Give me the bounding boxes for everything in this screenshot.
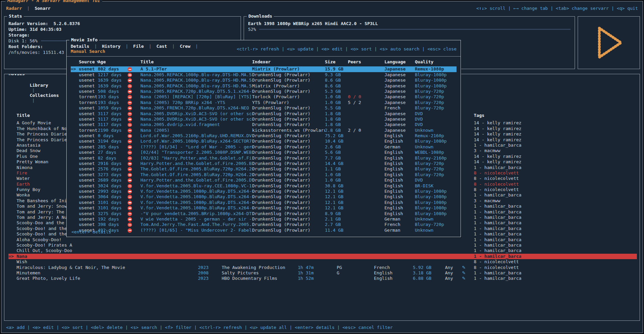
- result-quality: Remux-2160p: [415, 133, 452, 139]
- header-quality: Quality: [415, 59, 452, 65]
- movie-row[interactable]: Miraculous: Ladybug & Cat Noir, The Movi…: [8, 265, 637, 270]
- movie-row[interactable]: Chill Out, Scooby-Doo1 - hamilcar_barca: [8, 248, 637, 253]
- search-result-row[interactable]: usenet3117 daysNana.2005.DVDRip.XviD.AC3…: [71, 117, 457, 122]
- tab-sonarr[interactable]: Sonarr: [35, 6, 50, 11]
- result-peers: 2 / 0: [348, 128, 384, 133]
- search-result-row[interactable]: torrent2190 daysNana (2005)kickasstorren…: [71, 128, 457, 133]
- search-result-row[interactable]: usenet2993 daysV.for.Vendetta.2005.1080p…: [71, 189, 457, 194]
- search-result-row[interactable]: usenet3101 daysV.for.Vendetta.2005.1080p…: [71, 200, 457, 205]
- movie-row[interactable]: =>Nana1 - hamilcar_barca: [8, 254, 637, 259]
- result-title: V.for.Vendetta.2005.1080p.BluRay.DTS.x26…: [140, 189, 252, 194]
- rejection-icon: [128, 67, 132, 71]
- modal-shortcuts: <ctrl-r> refresh | <u> update | <e> edit…: [237, 46, 457, 51]
- search-table-header: Source▼ Age Title Indexer Size Peers Lan…: [71, 59, 457, 65]
- result-rejection-cell: [128, 166, 140, 172]
- result-rejection-cell: [128, 83, 140, 89]
- tab-manual-search[interactable]: Manual Search: [71, 49, 105, 54]
- result-source-value: usenet: [79, 211, 95, 216]
- result-rejection-cell: [128, 205, 140, 211]
- search-result-row[interactable]: usenet192 daysV wie Vendetta - 2005 - ge…: [71, 216, 457, 222]
- result-source: usenet: [71, 183, 98, 189]
- result-title: A 5.1-PTer: [140, 66, 252, 72]
- result-indexer: DrunkenSlug (Prowlarr): [252, 133, 325, 139]
- movie-tag: 3 - macmww: [474, 148, 521, 153]
- movie-size: 6.88 GB: [413, 276, 445, 281]
- search-result-row[interactable]: torrent193 daysNana (2005) [REPACK] [720…: [71, 94, 457, 100]
- header-tags: Tags: [474, 113, 521, 118]
- tab-collections[interactable]: Collections: [30, 93, 59, 98]
- result-title: Nana.2005.FRENCH.720p.BluRay.DTS.x264-NE…: [140, 105, 252, 111]
- search-result-row[interactable]: usenet3101 daysV.for.Vendetta.2005.1080p…: [71, 205, 457, 211]
- result-rejection-cell: [128, 94, 140, 100]
- result-title: -"V pour vendetta.2005.BRrip.1080p.x264-…: [140, 211, 252, 216]
- rejection-icon: [128, 217, 132, 222]
- search-result-row[interactable]: usenet82 days[02/83] "Harry.Potter.and.t…: [71, 155, 457, 161]
- search-result-row[interactable]: usenet1639 daysNana.2005.REPACK.1080p.Bl…: [71, 83, 457, 89]
- tab-details[interactable]: Details: [71, 44, 89, 49]
- movie-row[interactable]: Wish8 - nicolecolvett: [8, 259, 637, 265]
- search-result-row[interactable]: usenet3194 daysLord.of.War.2005.1080p.Bl…: [71, 139, 457, 144]
- tab-radarr[interactable]: Radarr: [6, 6, 22, 11]
- search-result-row[interactable]: usenet3275 days-"V pour vendetta.2005.BR…: [71, 211, 457, 216]
- movie-rating: G: [337, 270, 374, 276]
- tab-library[interactable]: Library: [30, 83, 48, 88]
- result-source: usenet: [71, 111, 98, 117]
- result-rejection-cell: [128, 222, 140, 227]
- rejection-icon: [128, 106, 132, 110]
- result-quality: Bluray-1080p: [415, 78, 452, 83]
- search-result-row[interactable]: usenet2689 daysHarry.Potter.and.the.Gobl…: [71, 178, 457, 183]
- result-source: usenet: [71, 78, 98, 83]
- movie-tag: 14 - kelly ramirez: [474, 131, 521, 137]
- result-rejection-cell: [128, 100, 140, 105]
- search-result-row[interactable]: usenet1059 daysNana.2005.FRENCH.720p.Blu…: [71, 105, 457, 111]
- search-result-row[interactable]: usenet3117 daysnana.2005.dvdrip.xvid.fra…: [71, 122, 457, 127]
- result-size: 12.1 GB: [325, 200, 348, 205]
- movie-studio: HBO Documentary Films: [222, 276, 298, 281]
- search-result-row[interactable]: torrent193 daysNana (2005) 720p BRRip x2…: [71, 100, 457, 105]
- managarr-logo-icon: [586, 23, 631, 63]
- result-source: usenet: [71, 194, 98, 200]
- search-result-row[interactable]: usenet2576 daysThe.Goblet.Of.Fire.2005.B…: [71, 166, 457, 172]
- servarr-tabs: Radarr | Sonarr: [6, 6, 50, 11]
- search-result-row[interactable]: usenet508 daysNana.2005.REPACK.720p.BluR…: [71, 89, 457, 94]
- movie-size: 5.92 GB: [413, 265, 445, 270]
- result-size: 12.1 GB: [325, 189, 348, 194]
- search-result-row[interactable]: usenet0 daysLord.of.War.2005.2160p.BluRa…: [71, 133, 457, 139]
- search-result-row[interactable]: usenet3024 daysV.for.Vendetta.2005.Blu-r…: [71, 183, 457, 189]
- stats-panel-title: Stats: [7, 14, 24, 19]
- search-result-row[interactable]: usenet1217 daysNana.2005.REPACK.1080p.Bl…: [71, 72, 457, 78]
- search-result-row[interactable]: usenet2916 daysHarry.Potter.and.the.Gobl…: [71, 161, 457, 166]
- movie-row[interactable]: Scooby-Doo! Pirates A1 - hamilcar_barca: [8, 243, 637, 248]
- uptime-value: 31d 04:35:03: [30, 27, 62, 32]
- result-age: 3024 days: [98, 183, 128, 189]
- search-result-row[interactable]: usenet1639 daysNana.2005.REPACK.1080p.Bl…: [71, 78, 457, 83]
- movie-row[interactable]: Great Photo, Lovely Life2023HBO Document…: [8, 276, 637, 281]
- tab-file[interactable]: File: [133, 44, 144, 49]
- movie-title: Tom and Jerry: A Nutc: [17, 215, 72, 220]
- result-language: Japanese: [384, 128, 415, 133]
- rejection-icon: [128, 156, 132, 161]
- rejection-icon: [128, 84, 132, 88]
- search-result-row[interactable]: usenet285 days(????) [01/34] - "Lord of …: [71, 144, 457, 150]
- rejection-icon: [128, 73, 132, 77]
- result-quality: Unknown: [415, 144, 452, 150]
- search-result-row[interactable]: usenet3064 daysV.for.Vendetta.2005.1080p…: [71, 194, 457, 200]
- search-result-row[interactable]: usenet3273 daysThe.Goblet.Of.Fire.2005.B…: [71, 172, 457, 178]
- movie-row[interactable]: Aloha Scooby-Doo!1 - hamilcar_barca: [8, 237, 637, 243]
- search-result-row[interactable]: usenet3117 daysNana.2005.DVDRip.XviD.AC3…: [71, 111, 457, 117]
- movie-tag: 14 - kelly ramirez: [474, 154, 521, 159]
- search-result-row[interactable]: =>usenet802 daysA 5.1-PTerMiatrix (Prowl…: [71, 66, 457, 72]
- tab-history[interactable]: History: [102, 44, 120, 49]
- movie-row[interactable]: Minutemen2008Salty Pictures1h 31mGEnglis…: [8, 270, 637, 276]
- search-result-row[interactable]: usenet492 days(????) [01/65] - "Miss Und…: [71, 228, 457, 233]
- result-size: 2.1 GB: [325, 216, 348, 222]
- result-language: Japanese: [384, 66, 415, 72]
- result-indexer: DrunkenSlug (Prowlarr): [252, 166, 325, 172]
- result-language: English: [384, 155, 415, 161]
- tab-crew[interactable]: Crew: [180, 44, 190, 49]
- search-result-row[interactable]: usenet27 days[02/44] "Transporter 2.2005…: [71, 150, 457, 155]
- search-result-row[interactable]: usenet398 daysTom.And.Jerry.The.Fast.And…: [71, 222, 457, 227]
- movie-info-modal: Movie Info Details | History | File | Ca…: [66, 40, 461, 237]
- tab-cast[interactable]: Cast: [156, 44, 167, 49]
- result-size: 1.0 GB: [325, 178, 348, 183]
